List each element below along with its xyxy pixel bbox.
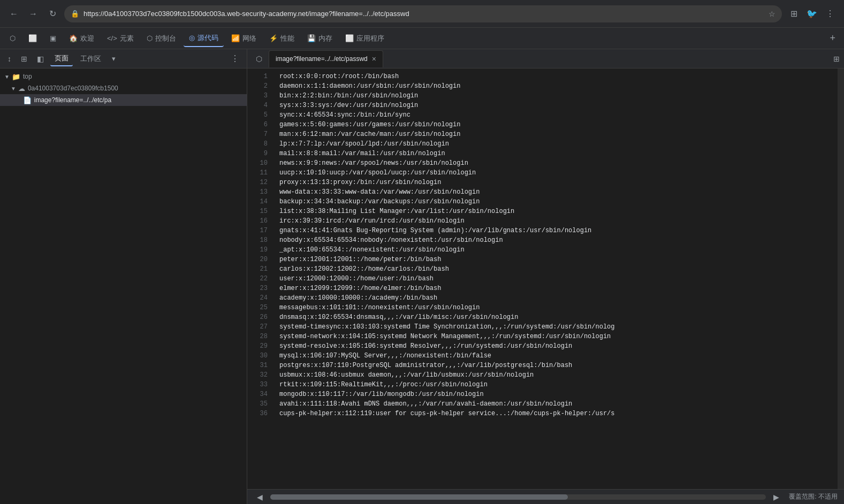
lock-icon: 🔒: [71, 10, 79, 18]
code-line: man:x:6:12:man:/var/cache/man:/usr/sbin/…: [279, 129, 838, 139]
panel-btn-memory[interactable]: 💾 内存: [302, 30, 338, 47]
code-line: systemd-timesync:x:103:103:systemd Time …: [279, 322, 838, 332]
filetree-new-btn[interactable]: ⊞: [18, 53, 31, 65]
panel-label-console: 控制台: [155, 34, 176, 43]
line-number: 16: [247, 216, 273, 226]
code-line: carlos:x:12002:12002::/home/carlos:/bin/…: [279, 264, 838, 274]
source-expand-btn[interactable]: ⊞: [833, 55, 840, 63]
address-bar[interactable]: 🔒 https://0a41003703d7ec03809fcb1500dc00…: [64, 5, 782, 22]
line-number: 34: [247, 390, 273, 399]
line-number: 24: [247, 293, 273, 303]
url-text: https://0a41003703d7ec03809fcb1500dc003a…: [83, 10, 764, 18]
tab-workspace-label: 工作区: [80, 55, 101, 63]
line-number: 4: [247, 101, 273, 110]
refresh-button[interactable]: ↻: [45, 6, 60, 21]
memory-icon: 💾: [307, 34, 316, 42]
line-number: 15: [247, 207, 273, 216]
code-line: lp:x:7:7:lp:/var/spool/lpd:/usr/sbin/nol…: [279, 139, 838, 149]
close-tab-button[interactable]: ×: [372, 55, 376, 63]
code-line: user:x:12000:12000::/home/user:/bin/bash: [279, 274, 838, 284]
line-number: 35: [247, 399, 273, 409]
code-line: postgres:x:107:110:PostgreSQL administra…: [279, 361, 838, 370]
line-number: 36: [247, 409, 273, 418]
code-line: usbmux:x:108:46:usbmux daemon,,,:/var/li…: [279, 370, 838, 380]
code-line: mongodb:x:110:117::/var/lib/mongodb:/usr…: [279, 390, 838, 399]
tab-pages-label: 页面: [55, 54, 69, 62]
panel-label-elements: 元素: [120, 34, 134, 43]
devtools-body: ↕ ⊞ ◧ 页面 工作区 ▾ ⋮ ▼ 📁 top: [0, 49, 844, 504]
panel-label-application: 应用程序: [356, 34, 384, 43]
panel-btn-performance[interactable]: ⚡ 性能: [264, 30, 300, 47]
status-scrollbar-track[interactable]: [270, 494, 766, 500]
sources-icon: ◎: [189, 34, 195, 42]
line-number: 1: [247, 72, 273, 81]
code-line: sys:x:3:3:sys:/dev:/usr/sbin/nologin: [279, 101, 838, 110]
panel-btn-device[interactable]: ⬜: [23, 31, 42, 45]
line-number: 23: [247, 284, 273, 293]
tree-item-top[interactable]: ▼ 📁 top: [0, 71, 247, 82]
menu-button[interactable]: ⋮: [823, 6, 838, 21]
filetree-toggle-btn[interactable]: ◧: [34, 53, 47, 65]
panel-label-sources: 源代码: [197, 33, 218, 43]
filetree-more-btn[interactable]: ⋮: [227, 52, 242, 65]
code-line: avahi:x:111:118:Avahi mDNS daemon,,,:/va…: [279, 399, 838, 409]
panel-btn-inspect[interactable]: ⬡: [4, 31, 21, 45]
devtools-panel: ⬡ ⬜ ▣ 🏠 欢迎 </> 元素 ⬡ 控制台 ◎ 源代码 📶 网络 ⚡: [0, 28, 844, 504]
panel-btn-sidebar[interactable]: ▣: [44, 31, 62, 45]
tree-label-top: top: [23, 73, 32, 80]
browser-toolbar: ← → ↻ 🔒 https://0a41003703d7ec03809fcb15…: [0, 0, 844, 28]
line-number: 30: [247, 351, 273, 361]
code-line: elmer:x:12099:12099::/home/elmer:/bin/ba…: [279, 284, 838, 293]
line-number: 31: [247, 361, 273, 370]
status-prev-btn[interactable]: ◀: [254, 492, 266, 502]
profile-button[interactable]: 🐦: [804, 6, 819, 21]
panel-btn-console[interactable]: ⬡ 控制台: [141, 30, 181, 47]
tree-item-domain[interactable]: ▼ ☁ 0a41003703d7ec03809fcb1500: [0, 82, 247, 94]
tab-pages[interactable]: 页面: [50, 51, 73, 66]
panel-btn-network[interactable]: 📶 网络: [226, 30, 262, 47]
code-content[interactable]: root:x:0:0:root:/root:/bin/bashdaemon:x:…: [273, 68, 838, 489]
code-line: mysql:x:106:107:MySQL Server,,,:/nonexis…: [279, 351, 838, 361]
source-scrollbar[interactable]: [838, 68, 844, 489]
source-back-btn[interactable]: ⬡: [252, 52, 267, 65]
source-tab-bar: ⬡ image?filename=../../etc/passwd × ⊞: [247, 49, 844, 68]
file-tree-toolbar: ↕ ⊞ ◧ 页面 工作区 ▾ ⋮: [0, 49, 247, 68]
line-number: 20: [247, 255, 273, 264]
back-button[interactable]: ←: [6, 6, 21, 21]
line-numbers: 1234567891011121314151617181920212223242…: [247, 68, 273, 489]
panel-btn-application[interactable]: ⬜ 应用程序: [340, 30, 390, 47]
line-number: 3: [247, 91, 273, 101]
status-next-btn[interactable]: ▶: [770, 492, 782, 502]
sidebar-icon: ▣: [50, 34, 56, 42]
panel-btn-welcome[interactable]: 🏠 欢迎: [64, 30, 100, 47]
tree-item-file[interactable]: 📄 image?filename=../../etc/pa: [0, 94, 247, 106]
code-line: cups-pk-helper:x:112:119:user for cups-p…: [279, 409, 838, 418]
code-line: list:x:38:38:Mailing List Manager:/var/l…: [279, 207, 838, 216]
code-line: rtkit:x:109:115:RealtimeKit,,,:/proc:/us…: [279, 380, 838, 390]
tab-workspace[interactable]: 工作区: [76, 52, 105, 66]
expand-arrow-top: ▼: [4, 74, 10, 80]
extensions-button[interactable]: ⊞: [786, 6, 801, 21]
source-viewer: ⬡ image?filename=../../etc/passwd × ⊞ 12…: [247, 49, 844, 504]
line-number: 22: [247, 274, 273, 284]
line-number: 8: [247, 139, 273, 149]
code-line: gnats:x:41:41:Gnats Bug-Reporting System…: [279, 226, 838, 235]
coverage-label: 覆盖范围: 不适用: [789, 492, 838, 501]
add-panel-button[interactable]: +: [825, 33, 840, 44]
filetree-sync-btn[interactable]: ↕: [4, 53, 14, 65]
source-tab-label: image?filename=../../etc/passwd: [276, 55, 368, 63]
code-line: mail:x:8:8:mail:/var/mail:/usr/sbin/nolo…: [279, 149, 838, 158]
code-line: bin:x:2:2:bin:/bin:/usr/sbin/nologin: [279, 91, 838, 101]
code-line: daemon:x:1:1:daemon:/usr/sbin:/usr/sbin/…: [279, 81, 838, 91]
line-number: 13: [247, 187, 273, 197]
line-number: 21: [247, 264, 273, 274]
filetree-dropdown[interactable]: ▾: [109, 52, 119, 65]
source-file-tab[interactable]: image?filename=../../etc/passwd ×: [269, 50, 383, 67]
forward-button[interactable]: →: [26, 6, 41, 21]
line-number: 12: [247, 178, 273, 187]
panel-btn-sources[interactable]: ◎ 源代码: [184, 30, 224, 47]
line-number: 32: [247, 370, 273, 380]
panel-btn-elements[interactable]: </> 元素: [102, 30, 139, 47]
code-line: games:x:5:60:games:/usr/games:/usr/sbin/…: [279, 120, 838, 129]
code-line: irc:x:39:39:ircd:/var/run/ircd:/usr/sbin…: [279, 216, 838, 226]
